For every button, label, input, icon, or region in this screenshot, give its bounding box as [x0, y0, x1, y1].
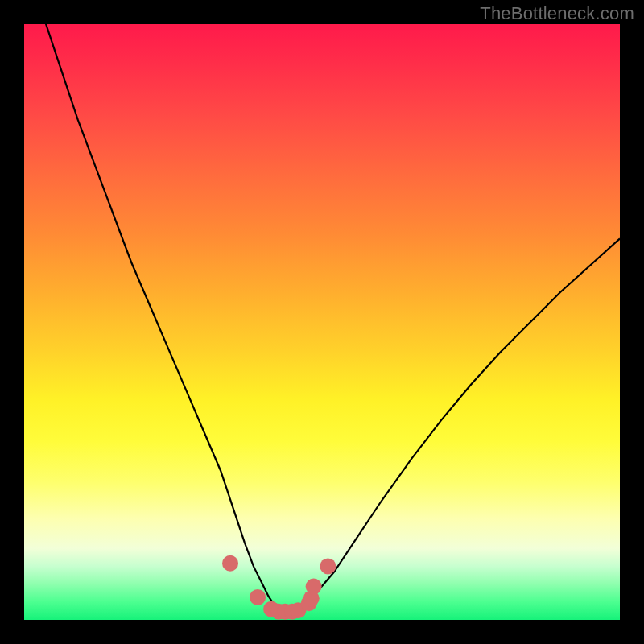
data-marker — [222, 555, 238, 572]
bottleneck-curve — [24, 24, 620, 620]
watermark-text: TheBottleneck.com — [480, 3, 634, 24]
data-marker — [250, 589, 266, 605]
chart-frame: TheBottleneck.com — [0, 0, 644, 644]
data-marker — [306, 579, 322, 595]
data-marker — [320, 558, 336, 574]
plot-area — [24, 24, 620, 620]
